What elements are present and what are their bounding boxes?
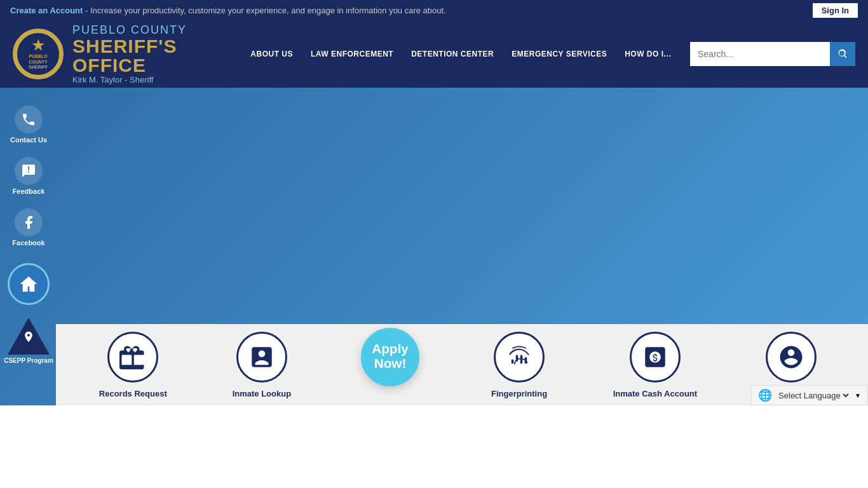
office-name: SHERIFF'S OFFICE [72,37,250,75]
main-nav: ABOUT US LAW ENFORCEMENT DETENTION CENTE… [250,50,671,58]
quick-link-inmate-cash[interactable]: Inmate Cash Account [613,332,697,398]
search-bar [690,42,855,66]
inmate-cash-icon [642,344,668,370]
feedback-label: Feedback [13,187,45,196]
apply-now-icon-circle: ApplyNow! [361,328,419,386]
search-button[interactable] [830,42,855,66]
search-input[interactable] [690,42,830,66]
sign-in-button[interactable]: Sign In [813,3,858,18]
nav-detention-center[interactable]: DETENTION CENTER [411,50,494,58]
apply-now-text: ApplyNow! [372,342,409,372]
quick-link-inmate-lookup[interactable]: Inmate Lookup [227,332,297,398]
sidebar-item-csepp[interactable]: CSEPP Program [4,318,53,364]
home-alert-icon [18,274,39,294]
main-area: Contact Us Feedback Facebook [0,88,868,405]
inmate-cash-label: Inmate Cash Account [613,389,697,398]
top-bar-desc: - Increase your productivity, customize … [85,6,446,15]
sidebar-item-feedback[interactable]: Feedback [1,152,57,201]
records-request-label: Records Request [99,389,167,398]
feedback-icon-circle [15,157,43,185]
records-request-icon [119,344,146,370]
sheriff-name: Kirk M. Taylor - Sheriff [72,75,250,85]
sheriff-logo[interactable]: ★ PUEBLOCOUNTYSHERIFF [13,29,64,79]
nav-how-do-i[interactable]: HOW DO I... [625,50,671,58]
facebook-label: Facebook [12,239,44,247]
csepp-icon [22,330,35,343]
chevron-down-icon: ▼ [855,392,861,399]
sidebar-item-home-alert[interactable] [1,258,57,313]
home-alert-badge [8,263,50,305]
star-icon: ★ [32,37,44,54]
facebook-icon-circle [15,208,43,236]
records-request-icon-circle [107,332,158,383]
header-left: ★ PUEBLOCOUNTYSHERIFF PUEBLO COUNTY SHER… [13,24,250,85]
inmate-lookup-label: Inmate Lookup [233,389,291,398]
fingerprinting-icon [506,344,532,370]
search-icon [837,48,848,60]
header: ★ PUEBLOCOUNTYSHERIFF PUEBLO COUNTY SHER… [0,20,868,88]
fingerprinting-label: Fingerprinting [491,389,547,398]
inmate-lookup-icon [248,344,275,370]
quick-link-apply-now[interactable]: ApplyNow! [355,332,425,383]
inmate-lookup-icon-circle [236,332,287,383]
wanted-icon [778,344,804,370]
sidebar-item-facebook[interactable]: Facebook [1,203,57,252]
sidebar: Contact Us Feedback Facebook [0,88,57,364]
translate-bar: 🌐 Select Language ▼ [751,385,868,405]
contact-us-icon-circle [15,105,43,133]
county-name: PUEBLO COUNTY [72,24,250,37]
phone-icon [21,112,36,127]
google-icon: 🌐 [758,388,772,402]
quick-links-bar: Records Request Inmate Lookup ApplyNow! [56,324,868,405]
wanted-icon-circle [766,332,817,383]
header-title: PUEBLO COUNTY SHERIFF'S OFFICE Kirk M. T… [72,24,250,85]
quick-link-fingerprinting[interactable]: Fingerprinting [484,332,554,398]
csepp-label: CSEPP Program [4,357,53,364]
nav-law-enforcement[interactable]: LAW ENFORCEMENT [311,50,393,58]
feedback-icon [21,163,36,179]
create-account-link[interactable]: Create an Account [10,6,83,15]
quick-link-records-request[interactable]: Records Request [98,332,168,398]
contact-us-label: Contact Us [10,136,47,144]
inmate-cash-icon-circle [630,332,681,383]
fingerprinting-icon-circle [494,332,545,383]
language-select[interactable]: Select Language [776,390,851,401]
nav-emergency-services[interactable]: EMERGENCY SERVICES [512,50,607,58]
facebook-icon [21,215,36,230]
nav-about-us[interactable]: ABOUT US [250,50,293,58]
top-bar: Create an Account - Increase your produc… [0,0,868,20]
sidebar-item-contact-us[interactable]: Contact Us [1,100,57,149]
